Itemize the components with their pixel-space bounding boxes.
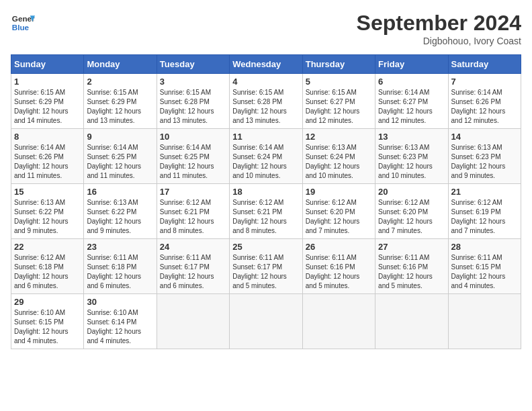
day-info: Sunrise: 6:13 AMSunset: 6:23 PMDaylight:… bbox=[378, 143, 445, 181]
location: Digbohouo, Ivory Coast bbox=[357, 36, 521, 46]
day-number: 18 bbox=[232, 187, 299, 197]
day-number: 12 bbox=[306, 132, 372, 142]
day-info: Sunrise: 6:11 AMSunset: 6:16 PMDaylight:… bbox=[306, 253, 372, 291]
calendar-cell bbox=[375, 294, 448, 349]
calendar-cell: 8 Sunrise: 6:14 AMSunset: 6:26 PMDayligh… bbox=[11, 129, 84, 184]
day-number: 19 bbox=[306, 187, 372, 197]
day-of-week-header: Thursday bbox=[302, 55, 375, 74]
page-header: General Blue September 2024 Digbohouo, I… bbox=[11, 11, 521, 46]
day-number: 1 bbox=[14, 77, 81, 87]
day-info: Sunrise: 6:11 AMSunset: 6:17 PMDaylight:… bbox=[160, 253, 226, 291]
day-number: 16 bbox=[87, 187, 153, 197]
day-number: 14 bbox=[451, 132, 518, 142]
day-number: 6 bbox=[378, 77, 445, 87]
calendar-cell: 19 Sunrise: 6:12 AMSunset: 6:20 PMDaylig… bbox=[302, 184, 375, 239]
day-number: 7 bbox=[451, 77, 518, 87]
day-info: Sunrise: 6:14 AMSunset: 6:27 PMDaylight:… bbox=[378, 88, 445, 126]
day-info: Sunrise: 6:14 AMSunset: 6:25 PMDaylight:… bbox=[87, 143, 153, 181]
calendar-cell: 16 Sunrise: 6:13 AMSunset: 6:22 PMDaylig… bbox=[84, 184, 157, 239]
day-info: Sunrise: 6:12 AMSunset: 6:20 PMDaylight:… bbox=[306, 198, 372, 236]
calendar-cell: 15 Sunrise: 6:13 AMSunset: 6:22 PMDaylig… bbox=[11, 184, 84, 239]
day-info: Sunrise: 6:15 AMSunset: 6:28 PMDaylight:… bbox=[160, 88, 226, 126]
day-number: 11 bbox=[232, 132, 299, 142]
day-number: 2 bbox=[87, 77, 153, 87]
calendar-cell: 7 Sunrise: 6:14 AMSunset: 6:26 PMDayligh… bbox=[448, 74, 521, 129]
day-number: 3 bbox=[160, 77, 226, 87]
calendar-cell: 17 Sunrise: 6:12 AMSunset: 6:21 PMDaylig… bbox=[157, 184, 229, 239]
logo-icon: General Blue bbox=[11, 11, 35, 35]
day-info: Sunrise: 6:12 AMSunset: 6:19 PMDaylight:… bbox=[451, 198, 518, 236]
day-info: Sunrise: 6:13 AMSunset: 6:22 PMDaylight:… bbox=[87, 198, 153, 236]
calendar-cell: 1 Sunrise: 6:15 AMSunset: 6:29 PMDayligh… bbox=[11, 74, 84, 129]
day-info: Sunrise: 6:14 AMSunset: 6:26 PMDaylight:… bbox=[14, 143, 81, 181]
day-of-week-header: Tuesday bbox=[157, 55, 229, 74]
day-info: Sunrise: 6:13 AMSunset: 6:24 PMDaylight:… bbox=[306, 143, 372, 181]
calendar-week-row: 1 Sunrise: 6:15 AMSunset: 6:29 PMDayligh… bbox=[11, 74, 521, 129]
day-info: Sunrise: 6:11 AMSunset: 6:16 PMDaylight:… bbox=[378, 253, 445, 291]
day-number: 21 bbox=[451, 187, 518, 197]
day-info: Sunrise: 6:11 AMSunset: 6:17 PMDaylight:… bbox=[232, 253, 299, 291]
day-info: Sunrise: 6:13 AMSunset: 6:23 PMDaylight:… bbox=[451, 143, 518, 181]
day-number: 9 bbox=[87, 132, 153, 142]
day-number: 24 bbox=[160, 242, 226, 252]
day-number: 5 bbox=[306, 77, 372, 87]
day-info: Sunrise: 6:15 AMSunset: 6:29 PMDaylight:… bbox=[14, 88, 81, 126]
calendar-cell: 3 Sunrise: 6:15 AMSunset: 6:28 PMDayligh… bbox=[157, 74, 229, 129]
month-title: September 2024 bbox=[357, 11, 521, 36]
day-info: Sunrise: 6:14 AMSunset: 6:24 PMDaylight:… bbox=[232, 143, 299, 181]
day-info: Sunrise: 6:11 AMSunset: 6:18 PMDaylight:… bbox=[87, 253, 153, 291]
calendar-cell: 4 Sunrise: 6:15 AMSunset: 6:28 PMDayligh… bbox=[230, 74, 302, 129]
calendar-cell: 25 Sunrise: 6:11 AMSunset: 6:17 PMDaylig… bbox=[230, 239, 302, 294]
calendar-cell: 21 Sunrise: 6:12 AMSunset: 6:19 PMDaylig… bbox=[448, 184, 521, 239]
day-info: Sunrise: 6:12 AMSunset: 6:20 PMDaylight:… bbox=[378, 198, 445, 236]
day-number: 29 bbox=[14, 297, 81, 307]
day-info: Sunrise: 6:12 AMSunset: 6:21 PMDaylight:… bbox=[160, 198, 226, 236]
calendar-cell: 12 Sunrise: 6:13 AMSunset: 6:24 PMDaylig… bbox=[302, 129, 375, 184]
calendar-cell: 22 Sunrise: 6:12 AMSunset: 6:18 PMDaylig… bbox=[11, 239, 84, 294]
day-number: 27 bbox=[378, 242, 445, 252]
day-of-week-header: Wednesday bbox=[230, 55, 302, 74]
day-info: Sunrise: 6:10 AMSunset: 6:14 PMDaylight:… bbox=[87, 308, 153, 346]
calendar-cell: 14 Sunrise: 6:13 AMSunset: 6:23 PMDaylig… bbox=[448, 129, 521, 184]
calendar-week-row: 8 Sunrise: 6:14 AMSunset: 6:26 PMDayligh… bbox=[11, 129, 521, 184]
day-of-week-header: Saturday bbox=[448, 55, 521, 74]
day-info: Sunrise: 6:15 AMSunset: 6:27 PMDaylight:… bbox=[306, 88, 372, 126]
calendar-cell: 24 Sunrise: 6:11 AMSunset: 6:17 PMDaylig… bbox=[157, 239, 229, 294]
day-of-week-header: Friday bbox=[375, 55, 448, 74]
calendar-table: SundayMondayTuesdayWednesdayThursdayFrid… bbox=[11, 54, 521, 349]
day-info: Sunrise: 6:14 AMSunset: 6:25 PMDaylight:… bbox=[160, 143, 226, 181]
day-of-week-header: Sunday bbox=[11, 55, 84, 74]
calendar-cell: 2 Sunrise: 6:15 AMSunset: 6:29 PMDayligh… bbox=[84, 74, 157, 129]
day-info: Sunrise: 6:14 AMSunset: 6:26 PMDaylight:… bbox=[451, 88, 518, 126]
day-info: Sunrise: 6:11 AMSunset: 6:15 PMDaylight:… bbox=[451, 253, 518, 291]
day-number: 25 bbox=[232, 242, 299, 252]
day-number: 15 bbox=[14, 187, 81, 197]
day-info: Sunrise: 6:10 AMSunset: 6:15 PMDaylight:… bbox=[14, 308, 81, 346]
calendar-cell: 5 Sunrise: 6:15 AMSunset: 6:27 PMDayligh… bbox=[302, 74, 375, 129]
day-number: 8 bbox=[14, 132, 81, 142]
calendar-week-row: 22 Sunrise: 6:12 AMSunset: 6:18 PMDaylig… bbox=[11, 239, 521, 294]
calendar-cell: 9 Sunrise: 6:14 AMSunset: 6:25 PMDayligh… bbox=[84, 129, 157, 184]
calendar-cell: 26 Sunrise: 6:11 AMSunset: 6:16 PMDaylig… bbox=[302, 239, 375, 294]
day-number: 30 bbox=[87, 297, 153, 307]
logo: General Blue bbox=[11, 11, 35, 35]
calendar-week-row: 29 Sunrise: 6:10 AMSunset: 6:15 PMDaylig… bbox=[11, 294, 521, 349]
day-number: 26 bbox=[306, 242, 372, 252]
calendar-cell: 20 Sunrise: 6:12 AMSunset: 6:20 PMDaylig… bbox=[375, 184, 448, 239]
day-number: 23 bbox=[87, 242, 153, 252]
calendar-cell: 18 Sunrise: 6:12 AMSunset: 6:21 PMDaylig… bbox=[230, 184, 302, 239]
calendar-cell: 28 Sunrise: 6:11 AMSunset: 6:15 PMDaylig… bbox=[448, 239, 521, 294]
day-info: Sunrise: 6:13 AMSunset: 6:22 PMDaylight:… bbox=[14, 198, 81, 236]
day-number: 28 bbox=[451, 242, 518, 252]
calendar-cell: 11 Sunrise: 6:14 AMSunset: 6:24 PMDaylig… bbox=[230, 129, 302, 184]
calendar-cell bbox=[157, 294, 229, 349]
calendar-cell: 10 Sunrise: 6:14 AMSunset: 6:25 PMDaylig… bbox=[157, 129, 229, 184]
calendar-cell: 27 Sunrise: 6:11 AMSunset: 6:16 PMDaylig… bbox=[375, 239, 448, 294]
day-info: Sunrise: 6:15 AMSunset: 6:28 PMDaylight:… bbox=[232, 88, 299, 126]
calendar-header-row: SundayMondayTuesdayWednesdayThursdayFrid… bbox=[11, 55, 521, 74]
day-info: Sunrise: 6:12 AMSunset: 6:21 PMDaylight:… bbox=[232, 198, 299, 236]
day-number: 22 bbox=[14, 242, 81, 252]
calendar-cell: 13 Sunrise: 6:13 AMSunset: 6:23 PMDaylig… bbox=[375, 129, 448, 184]
calendar-cell: 23 Sunrise: 6:11 AMSunset: 6:18 PMDaylig… bbox=[84, 239, 157, 294]
calendar-cell bbox=[302, 294, 375, 349]
